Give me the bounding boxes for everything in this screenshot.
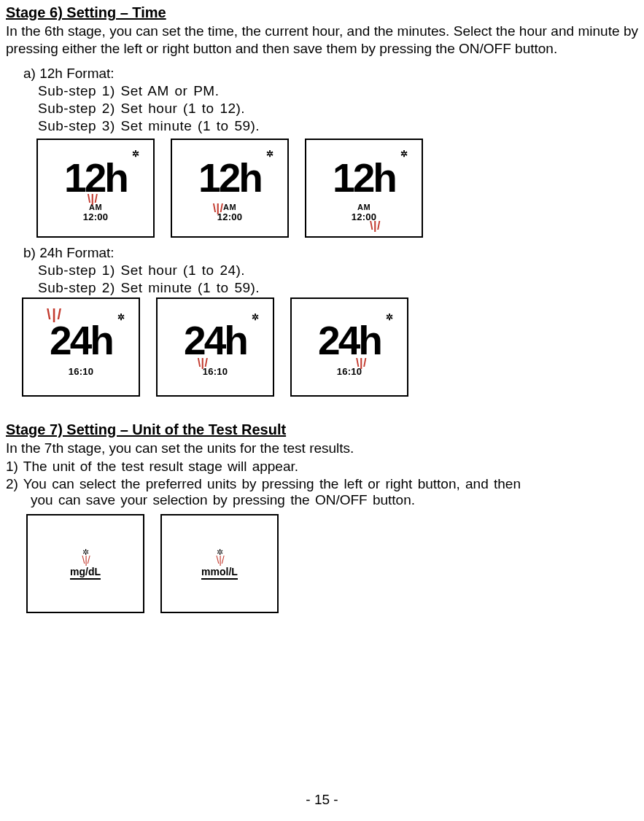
lcd-main-value: 24h: [184, 321, 247, 361]
lcd-time-wrap: \ | / 16:10: [337, 367, 362, 377]
lcd-main-value: 24h: [318, 321, 381, 361]
stage7-intro: In the 7th stage, you can set the units …: [6, 440, 638, 457]
manual-page: Stage 6) Setting – Time In the 6th stage…: [0, 0, 644, 821]
page-number: - 15 -: [0, 792, 644, 808]
lcd-small-block: 16:10: [69, 367, 94, 377]
lcd-main-text: \ | / 24h ✲: [50, 317, 112, 365]
lcd-main-value: 12h: [64, 158, 127, 198]
unit-inner: ✲ \ | / mmol/L: [201, 548, 238, 579]
lcd-small-block: \ | / 16:10: [337, 367, 362, 377]
lcd-12h-step3: 12h ✲ AM 12:00 \ | /: [305, 139, 423, 238]
highlight-marks-icon: \ | /: [370, 220, 379, 233]
unit-lcd-mmol: ✲ \ | / mmol/L: [160, 514, 279, 613]
stage7-step-2: 2) You can select the preferred units by…: [6, 476, 638, 508]
lcd-time: 12:00: [83, 212, 109, 222]
unit-label: mmol/L: [201, 566, 238, 580]
lcd-dot-icon: ✲: [132, 149, 137, 158]
lcd-time: 12:00: [217, 211, 243, 222]
lcd-main-text: 24h ✲: [184, 317, 247, 365]
lcd-12h-step2: 12h ✲ AM \ | / 12:00: [171, 139, 289, 238]
lcd-small-block: AM \ | / 12:00: [217, 203, 243, 222]
stage6-sub-a: a) 12h Format: Sub-step 1) Set AM or PM.…: [23, 66, 638, 238]
stage7-step-1: 1) The unit of the test result stage wil…: [6, 459, 638, 475]
lcd-small-block: \ | / AM 12:00: [83, 203, 109, 222]
sub-b-step-2: Sub-step 2) Set minute (1 to 59).: [38, 280, 638, 296]
lcd-small-block: AM 12:00 \ | /: [352, 203, 377, 222]
sub-a-step-2: Sub-step 2) Set hour (1 to 12).: [38, 101, 638, 117]
lcd-main-text: 12h ✲: [198, 154, 261, 202]
lcd-time-wrap: \ | / 12:00: [217, 212, 243, 222]
lcd-24h-step2: 24h ✲ \ | / 16:10: [156, 297, 274, 397]
stage7-steps: 1) The unit of the test result stage wil…: [6, 459, 638, 508]
lcd-time: 12:00: [352, 211, 377, 222]
lcd-main-value: 12h: [333, 158, 395, 198]
lcd-dot-icon: ✲: [117, 313, 123, 322]
lcd-small-block: \ | / 16:10: [203, 367, 228, 377]
stage7-step-2-line1: 2) You can select the preferred units by…: [6, 476, 521, 491]
lcd-dot-icon: ✲: [400, 149, 406, 158]
lcd-main-text: 24h ✲: [318, 317, 381, 365]
lcd-ampm: AM: [89, 203, 102, 212]
sub-a-label: a) 12h Format:: [23, 66, 638, 82]
lcd-row-24h: \ | / 24h ✲ 16:10 24h ✲ \ | / 16:10: [22, 297, 638, 397]
lcd-time: 16:10: [203, 367, 228, 377]
lcd-main-text: 12h ✲: [64, 154, 127, 202]
stage7-heading: Stage 7) Setting – Unit of the Test Resu…: [6, 421, 638, 438]
lcd-dot-icon: ✲: [386, 313, 391, 322]
lcd-24h-step1: \ | / 24h ✲ 16:10: [22, 297, 140, 397]
stage6-sub-b: b) 24h Format: Sub-step 1) Set hour (1 t…: [23, 245, 638, 397]
stage7-step-2-line2: you can save your selection by pressing …: [31, 492, 638, 508]
unit-inner: ✲ \ | / mg/dL: [70, 548, 101, 579]
unit-lcd-mgdl: ✲ \ | / mg/dL: [26, 514, 144, 613]
lcd-time-wrap: 12:00 \ | /: [352, 212, 377, 222]
stage6-heading: Stage 6) Setting – Time: [6, 4, 638, 21]
lcd-row-12h: 12h ✲ \ | / AM 12:00 12h ✲ AM \: [36, 139, 638, 238]
lcd-24h-step3: 24h ✲ \ | / 16:10: [290, 297, 408, 397]
lcd-time: 16:10: [337, 366, 362, 377]
unit-lcd-row: ✲ \ | / mg/dL ✲ \ | / mmol/L: [26, 514, 638, 613]
highlight-marks-icon: \ | /: [82, 556, 88, 564]
sub-b-label: b) 24h Format:: [23, 245, 638, 261]
sub-a-step-1: Sub-step 1) Set AM or PM.: [38, 83, 638, 99]
lcd-main-value: 12h: [198, 158, 261, 198]
lcd-12h-step1: 12h ✲ \ | / AM 12:00: [36, 139, 155, 238]
lcd-dot-icon: ✲: [266, 149, 271, 158]
stage6-intro: In the 6th stage, you can set the time, …: [6, 23, 638, 58]
lcd-dot-icon: ✲: [252, 313, 257, 322]
lcd-time: 16:10: [69, 367, 94, 377]
highlight-marks-icon: \ | /: [216, 556, 222, 564]
sub-a-step-3: Sub-step 3) Set minute (1 to 59).: [38, 118, 638, 134]
unit-label: mg/dL: [70, 566, 101, 580]
sub-b-step-1: Sub-step 1) Set hour (1 to 24).: [38, 262, 638, 279]
lcd-main-text: 12h ✲: [333, 154, 395, 202]
lcd-main-value: 24h: [50, 321, 112, 361]
